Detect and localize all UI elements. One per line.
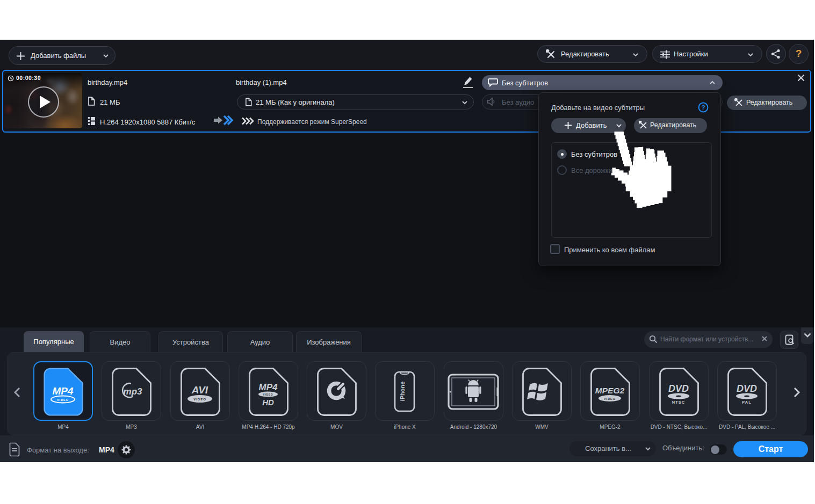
- svg-text:VIDEO: VIDEO: [57, 398, 69, 401]
- svg-text:PAL: PAL: [742, 400, 751, 405]
- svg-text:DVD: DVD: [668, 383, 689, 394]
- svg-text:MP4: MP4: [259, 382, 278, 392]
- svg-text:MPEG2: MPEG2: [595, 386, 625, 395]
- svg-text:mp3: mp3: [124, 386, 143, 397]
- svg-text:VIDEO: VIDEO: [604, 397, 616, 400]
- svg-text:iPhone: iPhone: [399, 382, 406, 401]
- svg-text:NTSC: NTSC: [672, 400, 685, 405]
- svg-text:HD: HD: [262, 398, 274, 407]
- svg-text:MP4: MP4: [52, 385, 74, 397]
- svg-text:VIDEO: VIDEO: [263, 393, 273, 396]
- svg-text:VIDEO: VIDEO: [193, 398, 206, 401]
- svg-text:AVI: AVI: [191, 384, 208, 396]
- svg-text:DVD: DVD: [737, 383, 757, 394]
- svg-text:?: ?: [701, 104, 705, 111]
